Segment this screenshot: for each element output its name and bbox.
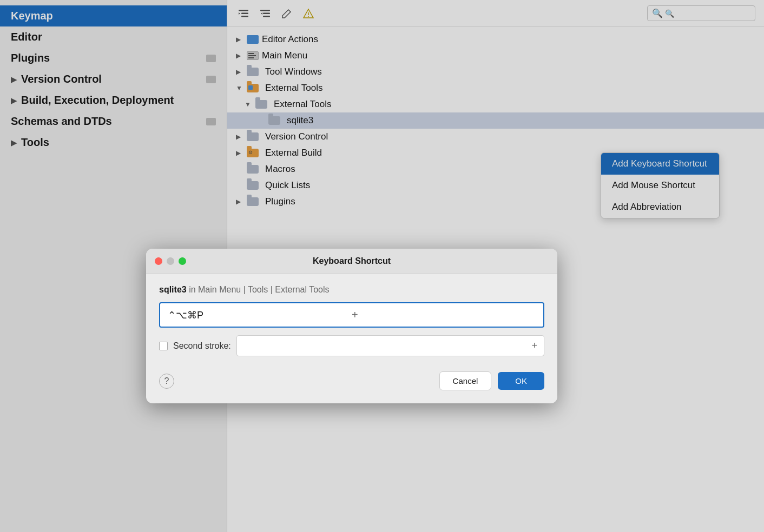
close-button[interactable] [155, 257, 162, 265]
help-label: ? [164, 376, 169, 386]
minimize-button[interactable] [167, 257, 174, 265]
action-path: in Main Menu | Tools | External Tools [187, 285, 330, 294]
help-button[interactable]: ? [159, 374, 174, 389]
cancel-button[interactable]: Cancel [439, 371, 492, 390]
modal-titlebar: Keyboard Shortcut [146, 249, 557, 274]
action-name: sqlite3 [159, 285, 187, 294]
modal-footer: ? Cancel OK [159, 369, 544, 390]
ok-button[interactable]: OK [498, 372, 544, 390]
keyboard-shortcut-dialog: Keyboard Shortcut sqlite3 in Main Menu |… [146, 249, 557, 403]
maximize-button[interactable] [179, 257, 186, 265]
modal-subtitle: sqlite3 in Main Menu | Tools | External … [159, 285, 544, 295]
second-stroke-input[interactable]: + [236, 335, 544, 356]
shortcut-value: ⌃⌥⌘P [168, 309, 352, 321]
add-shortcut-button[interactable]: + [352, 309, 536, 321]
second-stroke-checkbox[interactable] [159, 342, 168, 350]
second-stroke-row: Second stroke: + [159, 335, 544, 356]
modal-title: Keyboard Shortcut [313, 256, 391, 266]
shortcut-input-field[interactable]: ⌃⌥⌘P + [159, 302, 544, 328]
window-controls [155, 257, 186, 265]
second-stroke-label: Second stroke: [173, 341, 231, 351]
modal-body: sqlite3 in Main Menu | Tools | External … [146, 274, 557, 403]
add-second-stroke-button[interactable]: + [531, 340, 537, 351]
